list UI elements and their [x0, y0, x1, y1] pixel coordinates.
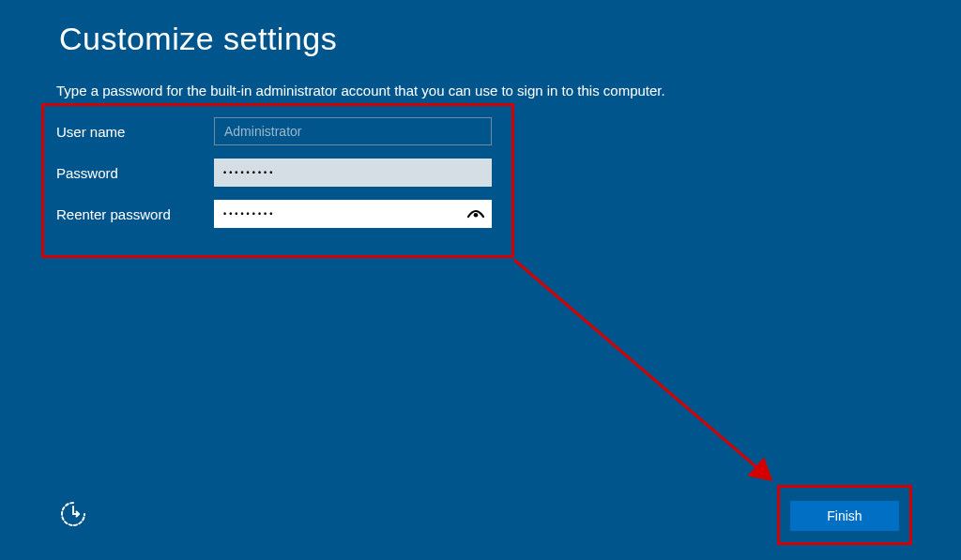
password-input[interactable]	[214, 159, 492, 187]
password-label: Password	[56, 165, 214, 181]
reenter-password-label: Reenter password	[56, 206, 214, 222]
credentials-form: User name Password Reenter password	[56, 117, 502, 241]
page-title: Customize settings	[59, 21, 337, 57]
row-reenter-password: Reenter password	[56, 200, 502, 228]
svg-line-2	[514, 260, 770, 478]
ease-of-access-icon[interactable]	[59, 500, 87, 528]
row-username: User name	[56, 117, 502, 145]
page-subtitle: Type a password for the built-in adminis…	[56, 83, 665, 98]
reveal-password-icon[interactable]	[467, 208, 484, 219]
svg-point-0	[474, 213, 479, 218]
username-label: User name	[56, 124, 214, 140]
reenter-password-input[interactable]	[214, 200, 492, 228]
username-input[interactable]	[214, 117, 492, 145]
finish-button[interactable]: Finish	[790, 501, 899, 531]
row-password: Password	[56, 159, 502, 187]
